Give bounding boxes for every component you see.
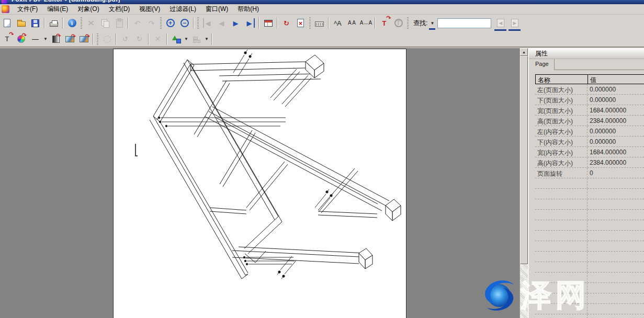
property-value: [587, 199, 644, 209]
rotate-page-button[interactable]: ↻: [279, 17, 293, 30]
scroll-up-button[interactable]: ▲: [520, 48, 528, 56]
tab-page[interactable]: Page: [529, 59, 555, 70]
text-mode-button[interactable]: T: [391, 17, 405, 30]
deselect-icon: [104, 36, 111, 43]
undo-button[interactable]: ↶: [130, 17, 144, 30]
find-dropdown[interactable]: ▼: [429, 17, 435, 29]
add-color-button[interactable]: [14, 32, 28, 46]
toolbar-grip[interactable]: [407, 17, 409, 29]
print-button[interactable]: [47, 17, 61, 30]
menu-object[interactable]: 对象(O): [73, 4, 104, 15]
menu-edit[interactable]: 编辑(E): [42, 4, 73, 15]
page-layout-button[interactable]: [261, 17, 275, 30]
find-previous-button[interactable]: ◀: [493, 17, 507, 30]
toolbar-grip[interactable]: [81, 17, 82, 29]
find-previous-icon: ◀: [497, 19, 504, 27]
rotate-object-ccw-button[interactable]: ↺: [118, 32, 132, 46]
vertical-scrollbar[interactable]: ▲: [519, 48, 528, 318]
property-value[interactable]: 0.000000: [587, 84, 644, 94]
scrollbar-thumb[interactable]: [520, 56, 528, 264]
property-value[interactable]: 2384.000000: [587, 157, 644, 167]
add-gradient-button[interactable]: [49, 32, 63, 46]
property-row: 下(页面大小)0.000000: [535, 95, 644, 105]
column-header-name: 名称: [536, 75, 588, 84]
menu-file[interactable]: 文件(F): [13, 4, 42, 15]
property-value: [587, 293, 644, 303]
next-page-button[interactable]: ▶: [229, 17, 243, 30]
find-next-icon: ▶: [511, 19, 518, 27]
add-image-button[interactable]: [77, 32, 91, 46]
properties-rows: 左(页面大小)0.000000下(页面大小)0.000000宽(页面大小)168…: [535, 84, 644, 318]
char-spacing-icon: A A: [347, 18, 357, 28]
insert-shape-dropdown[interactable]: ▼: [183, 33, 189, 45]
property-value[interactable]: 1684.000000: [587, 147, 644, 157]
deselect-button[interactable]: [100, 32, 114, 46]
insert-text-button[interactable]: T: [377, 17, 391, 30]
property-name: [535, 210, 587, 220]
menu-view[interactable]: 视图(V): [134, 4, 165, 15]
edit-image-button[interactable]: [63, 32, 77, 46]
menu-document[interactable]: 文档(D): [104, 4, 135, 15]
ladder-bottom-rail: [232, 247, 372, 269]
first-page-button[interactable]: ◀: [200, 17, 214, 30]
property-value[interactable]: 2384.000000: [587, 116, 644, 126]
property-value[interactable]: 0.000000: [587, 126, 644, 136]
line-style-button[interactable]: —: [28, 32, 42, 46]
char-scale-button[interactable]: A↔A: [359, 17, 373, 30]
open-file-button[interactable]: [14, 17, 28, 30]
toolbar-grip[interactable]: [97, 33, 98, 45]
property-value: [587, 283, 644, 293]
paste-button[interactable]: [112, 17, 126, 30]
find-next-button[interactable]: ▶: [507, 17, 522, 30]
toolbar-separator: [211, 33, 212, 45]
save-file-button[interactable]: [28, 17, 42, 30]
previous-page-button[interactable]: ◀: [214, 17, 229, 30]
toolbar-separator: [128, 17, 129, 29]
font-size-button[interactable]: ᴬA: [331, 17, 345, 30]
main-area: ▲ 属性 Page 名称 值 左(页面大小)0.000000下(页面大小)0.0…: [0, 48, 644, 318]
property-name: [535, 199, 587, 209]
pdf-page[interactable]: [113, 49, 406, 318]
new-document-button[interactable]: [0, 17, 14, 30]
property-name: [535, 189, 587, 199]
property-value[interactable]: 0: [587, 168, 644, 178]
toolbar-grip[interactable]: [197, 17, 199, 29]
menu-help[interactable]: 帮助(H): [233, 4, 264, 15]
ladder-end-cap-top: [153, 60, 194, 122]
menu-filter[interactable]: 过滤器(L): [165, 4, 201, 15]
insert-shape-button[interactable]: [169, 32, 183, 46]
property-value[interactable]: 0.000000: [587, 95, 644, 105]
line-style-dropdown[interactable]: ▼: [42, 33, 49, 45]
scrollbar-track[interactable]: [520, 56, 528, 318]
property-row-empty: [535, 252, 644, 262]
property-row-empty: [535, 241, 644, 252]
toolbar-separator: [166, 33, 167, 45]
last-page-button[interactable]: ▶: [243, 17, 257, 30]
zoom-out-button[interactable]: −: [177, 17, 191, 30]
align-objects-dropdown[interactable]: ▼: [204, 33, 210, 45]
redo-button[interactable]: ↷: [144, 17, 159, 30]
document-info-button[interactable]: i: [65, 17, 79, 30]
new-document-icon: [4, 19, 10, 27]
copy-icon: [100, 18, 110, 28]
char-spacing-button[interactable]: A A: [345, 17, 359, 30]
zoom-in-button[interactable]: +: [163, 17, 177, 30]
find-input[interactable]: [437, 18, 491, 28]
cut-button[interactable]: [84, 17, 98, 30]
property-value[interactable]: 1684.000000: [587, 105, 644, 115]
delete-page-button[interactable]: ×: [293, 17, 308, 30]
rotate-object-cw-button[interactable]: ↻: [132, 32, 146, 46]
property-value[interactable]: 0.000000: [587, 137, 644, 146]
property-name: [535, 272, 587, 282]
toolbar-grip[interactable]: [309, 17, 311, 29]
document-canvas[interactable]: [0, 48, 519, 318]
document-window-icon[interactable]: [2, 5, 9, 13]
align-objects-button[interactable]: [189, 32, 204, 46]
menu-window[interactable]: 窗口(W): [201, 4, 233, 15]
delete-object-button[interactable]: ✕: [151, 32, 165, 46]
toolbar-separator: [148, 33, 149, 45]
add-text-button[interactable]: T: [0, 32, 14, 46]
copy-button[interactable]: [98, 17, 112, 30]
virtual-keyboard-button[interactable]: [312, 17, 326, 30]
toolbar-grip[interactable]: [160, 17, 162, 29]
